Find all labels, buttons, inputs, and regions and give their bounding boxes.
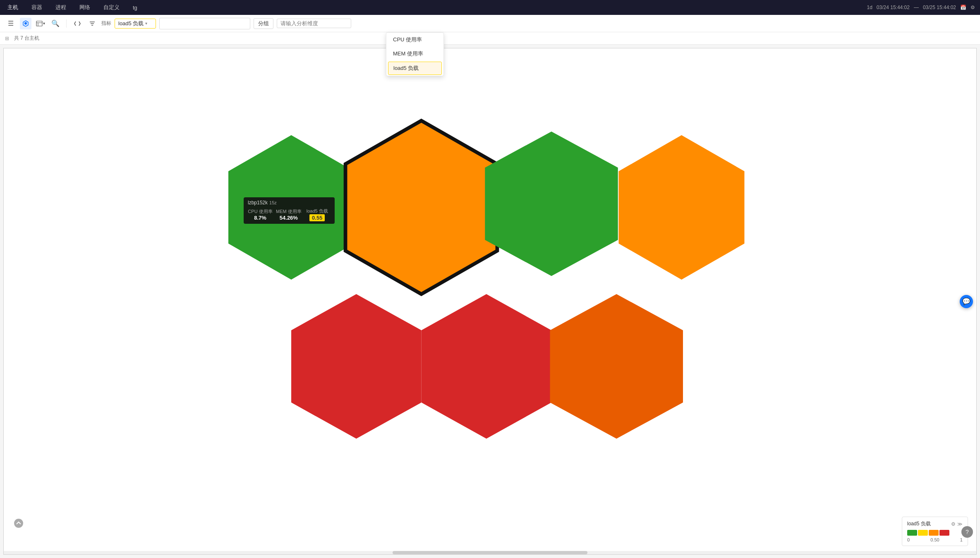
tooltip-metrics-row: CPU 使用率 8.7% MEM 使用率 54.26% load5 负载 0.5… [248, 208, 331, 221]
legend-controls: ⚙ ≫ [951, 521, 963, 527]
chat-icon: 💬 [962, 297, 970, 305]
help-icon: ? [966, 529, 969, 535]
honeycomb-view-button[interactable] [20, 18, 31, 29]
filter-icon[interactable] [86, 18, 98, 29]
image-view-button[interactable]: ▾ [35, 18, 46, 29]
svg-point-8 [14, 519, 23, 528]
nav-item-custom[interactable]: 自定义 [101, 4, 122, 11]
time-range-label: 1d [867, 5, 872, 10]
secondary-select[interactable] [159, 18, 250, 29]
nav-item-process[interactable]: 进程 [53, 4, 69, 11]
legend-title-row: load5 负载 ⚙ ≫ [907, 520, 963, 527]
legend-color-green [907, 530, 917, 536]
nav-item-tg[interactable]: tg [130, 5, 140, 11]
hex-orange-4[interactable] [618, 135, 744, 280]
tooltip-cpu-label: CPU 使用率 [248, 208, 272, 215]
canvas-area: lzbp152k 15z CPU 使用率 8.7% MEM 使用率 54.26%… [3, 48, 977, 555]
metric-dropdown[interactable]: CPU 使用率 MEM 使用率 load5 负载 [386, 32, 444, 76]
hex-orange-selected[interactable] [345, 121, 497, 294]
time-to: 03/25 15:44:02 [923, 5, 956, 10]
tooltip-load5-label: load5 负载 [307, 208, 328, 214]
legend-color-red [939, 530, 949, 536]
legend-scale-mid: 0.50 [930, 537, 939, 542]
hexagon-canvas[interactable] [4, 48, 976, 554]
dropdown-item-mem[interactable]: MEM 使用率 [386, 47, 443, 61]
legend-expand-btn[interactable]: ≫ [957, 521, 963, 527]
tooltip-mem-label: MEM 使用率 [276, 208, 302, 215]
metric-select-arrow: ▾ [145, 21, 147, 26]
toolbar: ☰ ▾ 🔍 [0, 15, 980, 32]
tooltip-mem-cell: MEM 使用率 54.26% [276, 208, 302, 221]
host-count-label: 共 7 台主机 [14, 35, 39, 42]
sub-toolbar: ⊞ 共 7 台主机 [0, 32, 980, 45]
help-button[interactable]: ? [961, 526, 973, 538]
hex-orange-red-7[interactable] [550, 294, 683, 438]
scroll-up-button[interactable] [14, 518, 24, 529]
tooltip-cpu-value: 8.7% [254, 215, 266, 221]
legend-settings-btn[interactable]: ⚙ [951, 521, 956, 527]
host-tooltip: lzbp152k 15z CPU 使用率 8.7% MEM 使用率 54.26%… [244, 197, 335, 224]
legend-title-text: load5 负载 [907, 520, 931, 527]
chat-float-button[interactable]: 💬 [960, 295, 973, 308]
calendar-icon[interactable]: 📅 [960, 5, 966, 10]
tooltip-cpu-cell: CPU 使用率 8.7% [248, 208, 273, 221]
page-wrapper: 主机 容器 进程 网络 自定义 tg 1d 03/24 15:44:02 — 0… [0, 0, 980, 558]
hex-red-6[interactable] [422, 294, 551, 438]
legend-scale-max: 1 [960, 537, 963, 542]
metric-select-value: load5 负载 [118, 20, 144, 27]
dropdown-item-load5[interactable]: load5 负载 [388, 62, 442, 75]
hex-red-5[interactable] [291, 294, 421, 438]
code-icon[interactable] [72, 18, 83, 29]
settings-icon[interactable]: ⚙ [970, 5, 975, 10]
hex-green-3[interactable] [485, 132, 618, 276]
tooltip-mem-value: 54.26% [280, 215, 298, 221]
search-button[interactable]: 🔍 [50, 18, 61, 29]
top-nav: 主机 容器 进程 网络 自定义 tg 1d 03/24 15:44:02 — 0… [0, 0, 980, 15]
svg-rect-2 [36, 21, 42, 26]
metric-label: 指标 [101, 20, 111, 27]
nav-item-container[interactable]: 容器 [29, 4, 45, 11]
analysis-search-input[interactable] [277, 19, 351, 28]
nav-right: 1d 03/24 15:44:02 — 03/25 15:44:02 📅 ⚙ [867, 5, 975, 10]
canvas-wrapper: lzbp152k 15z CPU 使用率 8.7% MEM 使用率 54.26%… [0, 45, 980, 558]
legend-panel: load5 负载 ⚙ ≫ 0 0.50 1 [902, 517, 968, 546]
horizontal-scrollbar[interactable] [4, 551, 976, 554]
legend-color-orange [929, 530, 939, 536]
dropdown-item-cpu[interactable]: CPU 使用率 [386, 33, 443, 47]
metric-select[interactable]: load5 负载 ▾ [115, 19, 156, 29]
scrollbar-thumb[interactable] [393, 551, 587, 554]
nav-item-host[interactable]: 主机 [5, 4, 21, 11]
tooltip-load5-cell: load5 负载 0.55 [305, 208, 330, 221]
time-from: 03/24 15:44:02 [877, 5, 910, 10]
svg-marker-1 [24, 22, 27, 25]
expand-icon[interactable]: ⊞ [5, 36, 9, 41]
legend-scale: 0 0.50 1 [907, 537, 963, 542]
legend-color-yellow [918, 530, 928, 536]
tooltip-load5-value: 0.55 [309, 214, 325, 221]
menu-button[interactable]: ☰ [5, 18, 17, 29]
legend-scale-min: 0 [907, 537, 910, 542]
toolbar-divider-1 [66, 19, 67, 28]
nav-item-network[interactable]: 网络 [77, 4, 93, 11]
tooltip-title: lzbp152k 15z [248, 200, 331, 206]
time-separator: — [914, 5, 919, 10]
tooltip-hostname: lzbp152k [248, 200, 268, 206]
tooltip-suffix: 15z [269, 200, 277, 205]
split-button[interactable]: 分组 [254, 18, 273, 29]
legend-color-bar [907, 530, 963, 536]
